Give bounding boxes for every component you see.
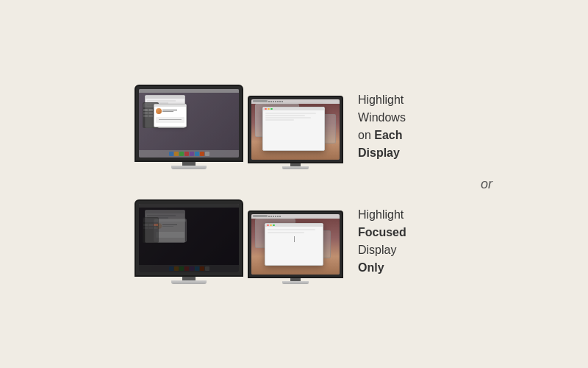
row-each-display: Highlight Windows on Each Display	[7, 85, 581, 169]
desc-on: on	[358, 129, 374, 141]
monitor-right-small-focused	[248, 210, 343, 284]
row-focused-display: Highlight Focused Display Only	[7, 199, 581, 284]
monitor-left-large	[135, 85, 243, 169]
desc-windows: Windows	[358, 111, 406, 124]
description-focused-display: Highlight Focused Display Only	[358, 206, 453, 277]
desc-highlight-2: Highlight	[358, 208, 404, 221]
desc-focused-bold: Focused	[358, 226, 406, 238]
desc-only-bold: Only	[358, 261, 384, 274]
monitors-each-display	[135, 85, 343, 169]
desc-display-bold: Display	[358, 146, 400, 159]
monitors-focused-display	[135, 199, 343, 284]
or-label: or	[481, 177, 492, 192]
desc-each-bold: Each	[374, 129, 402, 141]
monitor-left-large-dimmed	[135, 199, 243, 284]
desc-highlight-1: Highlight	[358, 93, 404, 106]
monitor-right-small-each	[248, 96, 343, 169]
desc-display-2: Display	[358, 244, 396, 256]
main-container: Highlight Windows on Each Display or	[0, 0, 588, 368]
description-each-display: Highlight Windows on Each Display	[358, 91, 453, 162]
or-separator: or	[7, 177, 581, 192]
